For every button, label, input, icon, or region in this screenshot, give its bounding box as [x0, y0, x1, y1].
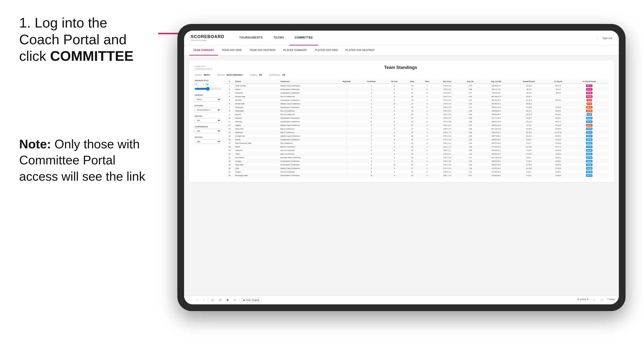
filter-row: Gender: Men's Division: NCAA Division I … — [194, 74, 608, 76]
app-navbar: SCOREBOARD Powered by clippd TOURNAMENTS… — [184, 31, 619, 45]
watch-button[interactable]: 👁 Watch ▼ — [577, 298, 589, 302]
region-filter-display: Region: All — [250, 74, 262, 76]
toolbar-right: 👁 Watch ▼ ⬚ ⛶ ⤴ Share — [577, 298, 615, 302]
table-row: 2 Auburn Southeastern Conference - 1 9 2… — [225, 88, 608, 91]
table-row: 13 Texas Tech Big 12 Conference - 1 9 27… — [225, 127, 608, 131]
step-title: 1. Log into the Coach Portal and click C… — [19, 14, 148, 64]
table-row: 1 North Carolina Atlantic Coast Conferen… — [225, 84, 608, 88]
tablet-screen: SCOREBOARD Powered by clippd TOURNAMENTS… — [184, 31, 619, 304]
table-row: 18 Illinois Big Ten Conference - 1 8 23 … — [225, 145, 608, 149]
min-rounds-max-input[interactable] — [206, 83, 214, 86]
table-row: 21 New Mexico Mountain West Conference -… — [225, 156, 608, 159]
team-standings-table: # School Conference Reg Rank Conf Rank N… — [225, 79, 608, 177]
table-row: 20 Texas Big 12 Conference - 3 8 26 2 27… — [225, 152, 608, 156]
toolbar-forward[interactable]: → — [195, 298, 200, 302]
table-row: 25 Oregon Pac-12 Conference - 5 7 21 0 2… — [225, 170, 608, 174]
conference-select[interactable]: (All) — [194, 129, 221, 133]
min-rounds-min-input[interactable] — [194, 83, 203, 86]
table-row: 17 East Tennessee State Sun Conference -… — [225, 141, 608, 145]
gender-filter-panel: Gender Men's — [194, 94, 221, 102]
sign-out-link[interactable]: Sign out — [598, 37, 612, 39]
step-bold: COMMITTEE — [50, 48, 134, 64]
col-rank: # — [225, 79, 234, 84]
table-row: 14 Oklahoma Big 12 Conference - 2 8 24 2… — [225, 131, 608, 134]
view-icon: ▶ — [244, 299, 245, 301]
table-area: Minimum Rou... - Gender Men's — [194, 79, 608, 177]
toolbar-link[interactable]: 🔗 — [218, 298, 223, 302]
nav-tournaments[interactable]: TOURNAMENTS — [234, 31, 268, 45]
brand-logo: SCOREBOARD Powered by clippd — [191, 34, 224, 41]
table-row: 23 Texas A&M Southeastern Conference - 9… — [225, 163, 608, 167]
school-filter-panel: School (All) — [194, 136, 221, 144]
sub-nav-team-h2h-heatmap[interactable]: TEAM H2H HEATMAP — [246, 45, 280, 55]
nav-committee[interactable]: COMMITTEE — [289, 31, 318, 45]
sub-nav-player-summary[interactable]: PLAYER SUMMARY — [280, 45, 311, 55]
data-table-container: # School Conference Reg Rank Conf Rank N… — [225, 79, 608, 177]
table-row: 8 Washington Pac-12 Conference - 2 8 23 … — [225, 109, 608, 113]
main-content: Update time: 27/03/2024 16:56:26 Team St… — [184, 55, 619, 295]
tablet-wrapper: SCOREBOARD Powered by clippd TOURNAMENTS… — [177, 24, 626, 311]
min-rounds-filter: Minimum Rou... - — [194, 79, 221, 91]
table-row: 10 Alabama Southeastern Conference - 5 8… — [225, 116, 608, 120]
table-row: 9 Arizona Pac-12 Conference - 3 8 23 4 2… — [225, 113, 608, 116]
table-row: 19 California Pac-12 Conference - 4 8 24… — [225, 149, 608, 152]
col-vs-top25: Vs Top 25 — [546, 79, 570, 84]
card-header: Update time: 27/03/2024 16:56:26 Team St… — [194, 65, 608, 70]
gender-select[interactable]: Men's — [194, 97, 221, 102]
col-overall: Overall Record — [512, 79, 546, 84]
table-row: 4 Arizona State Pac-12 Conference - 1 8 … — [225, 95, 608, 98]
toolbar-plus[interactable]: ➕ — [225, 298, 230, 302]
col-wins: Wins — [420, 79, 434, 84]
view-original-label: View: Original — [246, 299, 259, 301]
card-title: Team Standings — [193, 65, 608, 70]
table-header-row: # School Conference Reg Rank Conf Rank N… — [225, 79, 608, 84]
toolbar-back[interactable]: ← — [188, 298, 193, 302]
content-card: Update time: 27/03/2024 16:56:26 Team St… — [189, 60, 614, 182]
sub-navbar: TEAM SUMMARY TEAM H2H GRID TEAM H2H HEAT… — [184, 45, 619, 55]
table-row: 24 Duke Atlantic Coast Conference - 5 9 … — [225, 167, 608, 170]
col-conference: Conference — [280, 79, 334, 84]
col-school: School — [234, 79, 280, 84]
sub-nav-player-h2h-heatmap[interactable]: PLAYER H2H HEATMAP — [342, 45, 378, 55]
toolbar-timer[interactable]: ⏱ — [232, 298, 237, 302]
toolbar-icon1[interactable]: ⬚ — [592, 298, 596, 302]
toolbar-icon2[interactable]: ⛶ — [600, 298, 604, 302]
brand-sub: Powered by clippd — [191, 39, 224, 41]
division-filter-panel: Division NCAA Division I — [194, 105, 221, 112]
col-avg-low: Avg. Low Rd. — [481, 79, 512, 84]
filters-panel: Minimum Rou... - Gender Men's — [194, 79, 221, 177]
conference-filter-display: Conference: All — [269, 74, 285, 76]
division-select[interactable]: NCAA Division I — [194, 108, 221, 112]
table-row: 15 Georgia Tech Atlantic Coast Conferenc… — [225, 134, 608, 138]
sub-nav-player-h2h-grid[interactable]: PLAYER H2H GRID — [311, 45, 342, 55]
table-row: 11 Arkansas Southeastern Conference - 6 … — [225, 120, 608, 124]
share-button[interactable]: ⤴ Share — [607, 298, 615, 302]
school-select[interactable]: (All) — [194, 139, 221, 144]
brand-name: SCOREBOARD — [191, 34, 224, 39]
view-original-button[interactable]: ▶ View: Original — [241, 298, 262, 302]
sub-nav-team-summary[interactable]: TEAM SUMMARY — [189, 45, 218, 55]
table-row: 16 Florida Southeastern Conference - 7 9… — [225, 138, 608, 141]
col-avg-sg: Avg. SG — [460, 79, 481, 84]
col-pts: Vs Top 50 Points — [570, 79, 608, 84]
col-reg-rank: Reg Rank — [334, 79, 358, 84]
toolbar-refresh[interactable]: ↑ — [202, 298, 206, 302]
col-rnds: Rnds — [404, 79, 420, 84]
table-row: 12 Virginia Atlantic Coast Conference - … — [225, 124, 608, 127]
toolbar-copy[interactable]: 📋 — [210, 298, 216, 302]
nav-teams[interactable]: TEAMS — [268, 31, 290, 45]
table-row: 7 Tennessee Southeastern Conference - 4 … — [225, 106, 608, 109]
instruction-area: 1. Log into the Coach Portal and click C… — [0, 0, 163, 185]
col-adj-score: Adj. Score — [434, 79, 460, 84]
note-block: Note: Only those with Committee Portal a… — [19, 136, 148, 185]
table-row: 22 Georgia Southeastern Conference - 8 7… — [225, 159, 608, 163]
region-filter-panel: Region N/A — [194, 115, 221, 123]
table-row: 5 Ole Miss Southeastern Conference - 3 6… — [225, 98, 608, 102]
region-select[interactable]: N/A — [194, 118, 221, 123]
toolbar-separator-2 — [239, 298, 240, 302]
min-rounds-slider[interactable] — [194, 87, 221, 91]
toolbar-separator-1 — [208, 298, 208, 302]
gender-filter-display: Gender: Men's — [194, 74, 210, 76]
table-row: 6 Florida State Atlantic Coast Conferenc… — [225, 102, 608, 106]
sub-nav-team-h2h-grid[interactable]: TEAM H2H GRID — [218, 45, 246, 55]
